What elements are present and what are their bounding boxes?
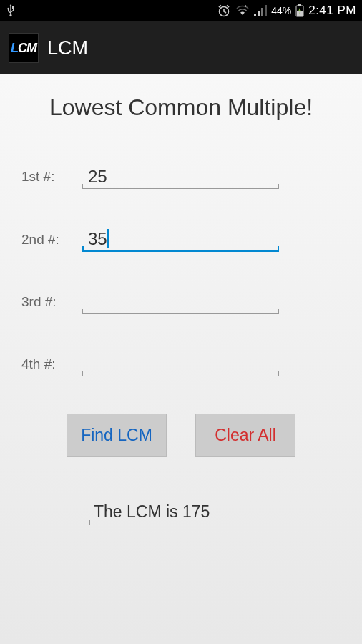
field-row-2: 2nd #: (21, 226, 341, 252)
action-bar: LCM LCM (0, 21, 362, 74)
field-row-4: 4th #: (21, 351, 341, 376)
input-2[interactable] (82, 226, 279, 252)
field-label-2: 2nd #: (21, 232, 82, 252)
page-title: Lowest Common Multiple! (0, 94, 362, 121)
clock-text: 2:41 PM (308, 4, 356, 18)
alarm-icon (217, 4, 231, 18)
clear-all-button[interactable]: Clear All (195, 414, 295, 457)
battery-text: 44% (271, 5, 291, 16)
button-row: Find LCM Clear All (0, 414, 362, 457)
app-title: LCM (47, 37, 88, 59)
input-4[interactable] (82, 351, 279, 376)
svg-rect-2 (258, 11, 260, 16)
field-row-1: 1st #: (21, 164, 341, 189)
svg-rect-4 (265, 5, 267, 16)
content: Lowest Common Multiple! 1st #: 2nd #: 3r… (0, 74, 362, 525)
field-label-3: 3rd #: (21, 294, 82, 314)
field-label-4: 4th #: (21, 356, 82, 376)
form: 1st #: 2nd #: 3rd #: 4th #: (0, 164, 362, 376)
usb-icon (6, 4, 16, 18)
result-output[interactable] (89, 499, 275, 525)
status-bar: 44% 2:41 PM (0, 0, 362, 21)
battery-icon (295, 4, 304, 17)
input-1[interactable] (82, 164, 279, 189)
field-label-1: 1st #: (21, 169, 82, 189)
result-row (0, 499, 362, 525)
wifi-icon (235, 4, 250, 17)
svg-rect-1 (254, 14, 256, 16)
svg-rect-3 (261, 8, 263, 16)
input-3[interactable] (82, 289, 279, 314)
signal-icon (254, 5, 267, 16)
svg-rect-6 (298, 4, 301, 6)
find-lcm-button[interactable]: Find LCM (67, 414, 167, 457)
field-row-3: 3rd #: (21, 289, 341, 314)
app-icon: LCM (9, 33, 39, 63)
